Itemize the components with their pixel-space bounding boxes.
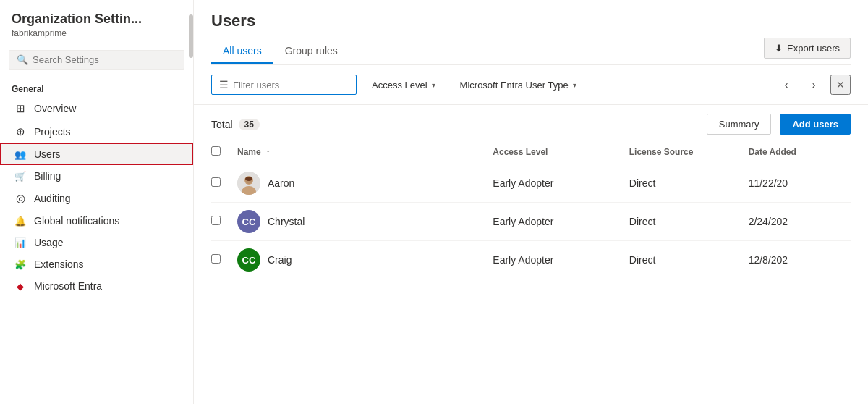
sidebar-item-global-notifications[interactable]: 🔔 Global notifications — [0, 210, 193, 232]
sidebar-item-label-users: Users — [34, 148, 61, 160]
sidebar-item-label-extensions: Extensions — [34, 258, 83, 270]
row-checkbox[interactable] — [211, 177, 221, 187]
projects-icon: ⊕ — [14, 125, 27, 138]
access-level-chevron-icon: ▾ — [432, 81, 435, 89]
total-label: Total 35 — [211, 119, 260, 130]
date-added-cell: 2/24/202 — [749, 203, 851, 241]
sort-icon: ↑ — [266, 148, 271, 156]
sidebar-item-label-usage: Usage — [34, 237, 63, 248]
page-title: Users — [211, 12, 851, 30]
sidebar-item-label-projects: Projects — [34, 126, 71, 138]
sidebar-item-billing[interactable]: 🛒 Billing — [0, 165, 193, 187]
chevron-left-icon: ‹ — [785, 79, 788, 91]
table-area: Total 35 Summary Add users Name ↑ Access… — [194, 105, 868, 404]
add-users-button[interactable]: Add users — [780, 114, 851, 135]
billing-icon: 🛒 — [14, 171, 27, 182]
sidebar-item-auditing[interactable]: ◎ Auditing — [0, 187, 193, 210]
user-type-dropdown[interactable]: Microsoft Entra User Type ▾ — [451, 75, 586, 95]
access-level-cell: Early Adopter — [493, 203, 629, 241]
select-all-checkbox[interactable] — [211, 146, 221, 156]
user-type-chevron-icon: ▾ — [573, 81, 576, 89]
table-row: CCCraigEarly AdopterDirect12/8/202 — [211, 241, 851, 279]
org-title: Organization Settin... — [12, 12, 182, 27]
overview-icon: ⊞ — [14, 102, 27, 115]
sidebar-scrollbar-thumb — [189, 14, 193, 58]
user-name: Craig — [268, 254, 292, 266]
search-settings-input[interactable] — [33, 54, 176, 65]
sidebar-item-label-microsoft-entra: Microsoft Entra — [34, 280, 102, 292]
sidebar-item-projects[interactable]: ⊕ Projects — [0, 120, 193, 143]
filter-close-button[interactable]: ✕ — [830, 75, 851, 95]
main-header: Users All users Group rules ⬇ Export use… — [194, 0, 868, 65]
filter-input-wrap[interactable]: ☰ — [211, 75, 357, 95]
access-level-cell: Early Adopter — [493, 241, 629, 279]
sidebar-header: Organization Settin... fabrikamprime — [0, 0, 193, 44]
date-added-cell: 11/22/20 — [749, 164, 851, 203]
avatar: CC — [237, 248, 260, 272]
avatar — [237, 172, 260, 195]
access-level-dropdown[interactable]: Access Level ▾ — [362, 75, 445, 95]
tab-group-rules[interactable]: Group rules — [273, 39, 349, 64]
filter-row: ☰ Access Level ▾ Microsoft Entra User Ty… — [194, 65, 868, 105]
col-header-date-added: Date Added — [749, 140, 851, 164]
tab-all-users[interactable]: All users — [211, 39, 273, 64]
date-added-cell: 12/8/202 — [749, 241, 851, 279]
filter-icon: ☰ — [219, 79, 229, 91]
section-general-label: General — [0, 78, 193, 97]
license-source-cell: Direct — [629, 241, 749, 279]
col-header-name[interactable]: Name ↑ — [237, 140, 493, 164]
export-icon: ⬇ — [775, 43, 783, 54]
col-header-checkbox — [211, 140, 237, 164]
filter-users-input[interactable] — [233, 80, 349, 91]
sidebar-item-extensions[interactable]: 🧩 Extensions — [0, 253, 193, 275]
user-cell: CCCraig — [237, 248, 493, 272]
table-row: CCChrystalEarly AdopterDirect2/24/202 — [211, 203, 851, 241]
sidebar-item-users[interactable]: 👥 Users — [0, 143, 193, 165]
chevron-right-icon: › — [812, 79, 816, 91]
filter-next-button[interactable]: › — [803, 74, 825, 96]
avatar: CC — [237, 210, 260, 233]
sidebar-item-microsoft-entra[interactable]: ◆ Microsoft Entra — [0, 275, 193, 297]
row-checkbox[interactable] — [211, 254, 221, 264]
total-count-badge: 35 — [239, 119, 260, 130]
summary-button[interactable]: Summary — [707, 114, 772, 135]
sidebar-item-label-billing: Billing — [34, 170, 61, 182]
microsoft-entra-icon: ◆ — [14, 281, 27, 292]
extensions-icon: 🧩 — [14, 259, 27, 270]
user-cell: Aaron — [237, 172, 493, 195]
sidebar-item-overview[interactable]: ⊞ Overview — [0, 97, 193, 120]
users-table: Name ↑ Access Level License Source Date … — [211, 140, 851, 279]
user-name: Chrystal — [268, 216, 305, 227]
table-toolbar: Total 35 Summary Add users — [211, 105, 851, 140]
sidebar: Organization Settin... fabrikamprime 🔍 G… — [0, 0, 194, 404]
access-level-cell: Early Adopter — [493, 164, 629, 203]
row-checkbox[interactable] — [211, 216, 221, 225]
search-settings-box[interactable]: 🔍 — [9, 50, 184, 70]
search-icon: 🔍 — [17, 54, 28, 65]
close-icon: ✕ — [836, 79, 845, 91]
sidebar-item-label-global-notifications: Global notifications — [34, 215, 119, 227]
usage-icon: 📊 — [14, 237, 27, 248]
sidebar-item-usage[interactable]: 📊 Usage — [0, 232, 193, 253]
users-icon: 👥 — [14, 149, 27, 160]
sidebar-item-label-overview: Overview — [34, 103, 76, 114]
export-users-button[interactable]: ⬇ Export users — [764, 38, 851, 59]
tabs-row: All users Group rules ⬇ Export users — [211, 38, 851, 65]
filter-prev-button[interactable]: ‹ — [775, 74, 797, 96]
notifications-icon: 🔔 — [14, 216, 27, 227]
user-name: Aaron — [268, 177, 294, 189]
tabs: All users Group rules — [211, 39, 349, 63]
user-cell: CCChrystal — [237, 210, 493, 233]
license-source-cell: Direct — [629, 203, 749, 241]
license-source-cell: Direct — [629, 164, 749, 203]
col-header-access-level: Access Level — [493, 140, 629, 164]
table-row: AaronEarly AdopterDirect11/22/20 — [211, 164, 851, 203]
col-header-license-source: License Source — [629, 140, 749, 164]
sidebar-item-label-auditing: Auditing — [34, 193, 71, 204]
main-content: Users All users Group rules ⬇ Export use… — [194, 0, 868, 404]
org-subtitle: fabrikamprime — [12, 28, 182, 38]
auditing-icon: ◎ — [14, 192, 27, 205]
svg-point-4 — [245, 177, 252, 181]
